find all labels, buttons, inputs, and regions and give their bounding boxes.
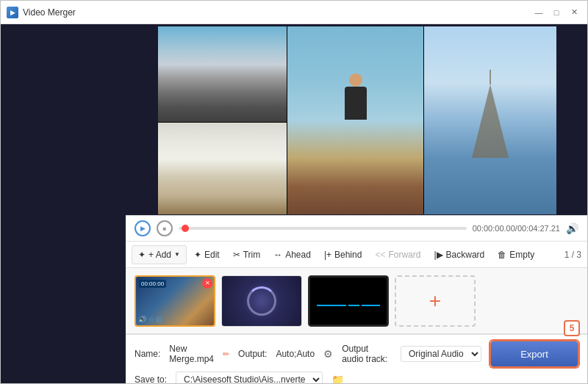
page-indicator: 1 / 3 (564, 250, 581, 260)
window-title: Video Merger (23, 7, 531, 18)
forward-button[interactable]: << Forward (369, 245, 426, 264)
thumb-audio-icon: 🔊 (138, 316, 146, 323)
name-edit-icon[interactable]: ✏ (223, 349, 229, 359)
timeline: 00:00:00 ✕ 🔊 ☆ ⌸ (126, 268, 587, 334)
video-preview-grid (158, 26, 555, 214)
maximize-button[interactable]: □ (549, 5, 564, 20)
save-path-select[interactable]: C:\Aiseesoft Studio\Ais...nverter Ultima… (176, 372, 323, 383)
play-icon: ▶ (140, 225, 146, 232)
trash-icon: 🗑 (498, 250, 506, 260)
output-settings-icon[interactable]: ⚙ (323, 348, 333, 360)
volume-button[interactable]: 🔊 (566, 222, 578, 234)
timeline-add-item[interactable]: + (395, 275, 476, 327)
add-button[interactable]: ✦ + Add ▼ (132, 245, 187, 264)
preview-cell-person (287, 26, 423, 214)
scissors-icon: ✂ (233, 250, 240, 260)
backward-button[interactable]: |▶ Backward (428, 245, 490, 264)
ahead-icon: ↔ (273, 250, 282, 260)
add-dropdown-icon: ▼ (174, 251, 180, 258)
export-button[interactable]: Export (490, 341, 578, 367)
stop-icon: ■ (163, 225, 167, 232)
bottom-bar: Name: New Merge.mp4 ✏ Output: Auto;Auto … (126, 334, 587, 383)
output-value: Auto;Auto (276, 349, 315, 359)
export-area: 5 Export (490, 341, 578, 367)
browse-folder-icon[interactable]: 📁 (331, 374, 344, 383)
timeline-item-1[interactable]: 00:00:00 ✕ 🔊 ☆ ⌸ (135, 275, 215, 327)
content-area: ▶ ■ 00:00:00.00/00:04:27.21 🔊 ✦ + Add (126, 24, 587, 383)
thumb-action-icons: 🔊 ☆ ⌸ (138, 316, 160, 323)
sidebar-left (1, 24, 126, 383)
window-controls: — □ ✕ (531, 5, 581, 20)
bottom-row-1: Name: New Merge.mp4 ✏ Output: Auto;Auto … (135, 341, 578, 367)
sparkle-icon: ✦ (194, 250, 201, 260)
playback-controls: ▶ ■ 00:00:00.00/00:04:27.21 🔊 (126, 215, 587, 242)
add-timeline-icon: + (429, 289, 441, 313)
preview-cell-2 (158, 123, 287, 214)
play-button[interactable]: ▶ (135, 220, 151, 236)
toolbar: ✦ + Add ▼ ✦ Edit ✂ Trim ↔ Ahead |+ (126, 242, 587, 268)
name-label: Name: (135, 349, 160, 359)
add-icon: ✦ (138, 250, 146, 260)
forward-icon: << (375, 250, 385, 260)
progress-bar[interactable] (179, 227, 467, 230)
behind-icon: |+ (324, 250, 331, 260)
edit-button[interactable]: ✦ Edit (188, 245, 226, 264)
timeline-item-2[interactable] (221, 275, 302, 327)
progress-indicator (182, 225, 189, 232)
titlebar: ▶ Video Merger — □ ✕ (1, 1, 587, 24)
minimize-button[interactable]: — (531, 5, 546, 20)
save-label: Save to: (135, 374, 167, 383)
close-button[interactable]: ✕ (567, 5, 581, 20)
preview-cell-eiffel (424, 26, 556, 214)
app-icon: ▶ (7, 7, 18, 18)
thumb-crop-icon: ⌸ (157, 316, 160, 323)
stop-button[interactable]: ■ (157, 220, 173, 236)
behind-button[interactable]: |+ Behind (318, 245, 368, 264)
ahead-button[interactable]: ↔ Ahead (268, 245, 317, 264)
bottom-row-2: Save to: C:\Aiseesoft Studio\Ais...nvert… (135, 372, 578, 383)
trim-button[interactable]: ✂ Trim (227, 245, 267, 264)
step-badge: 5 (564, 320, 580, 336)
app-window: ▶ Video Merger — □ ✕ (0, 0, 588, 384)
preview-cell-1 (158, 26, 287, 122)
audio-track-select[interactable]: Original Audio (401, 346, 481, 362)
audio-track-label: Output audio track: (342, 344, 392, 364)
thumb-star-icon: ☆ (148, 316, 154, 323)
backward-icon: |▶ (434, 250, 442, 260)
thumb-delete-button[interactable]: ✕ (202, 278, 212, 289)
time-display: 00:00:00.00/00:04:27.21 (473, 224, 560, 233)
name-value: New Merge.mp4 (169, 344, 214, 364)
main-content: ▶ ■ 00:00:00.00/00:04:27.21 🔊 ✦ + Add (1, 24, 587, 383)
preview-area (126, 24, 587, 215)
thumb-timecode: 00:00:00 (139, 280, 166, 288)
output-label: Output: (238, 349, 267, 359)
timeline-item-3[interactable] (308, 275, 389, 327)
empty-button[interactable]: 🗑 Empty (492, 245, 540, 264)
